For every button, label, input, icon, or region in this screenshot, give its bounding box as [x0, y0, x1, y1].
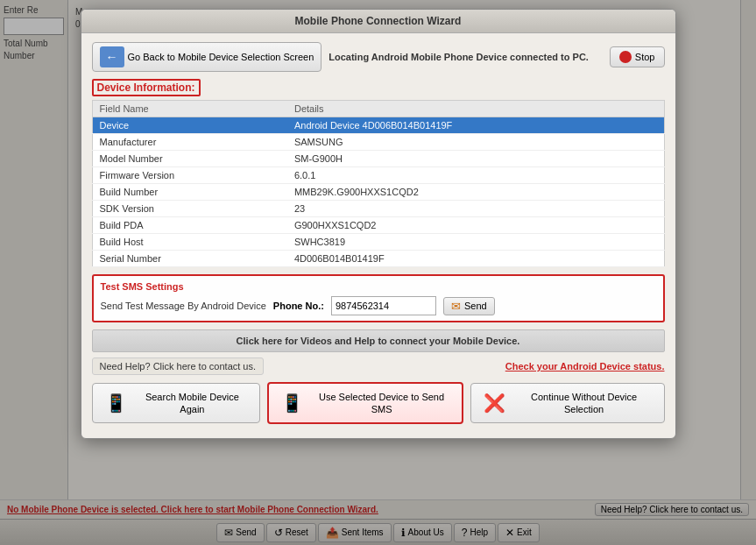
search-device-icon: 📱	[103, 389, 130, 417]
value-cell: SWHC3819	[287, 234, 664, 251]
table-row[interactable]: ManufacturerSAMSUNG	[92, 134, 664, 151]
continue-icon: ❌	[482, 389, 508, 417]
search-device-button[interactable]: 📱 Search Mobile Device Again	[92, 383, 260, 423]
back-button[interactable]: ← Go Back to Mobile Device Selection Scr…	[92, 42, 322, 72]
use-device-button[interactable]: 📱 Use Selected Device to Send SMS	[267, 382, 463, 424]
stop-button[interactable]: Stop	[610, 46, 665, 67]
dialog-body: ← Go Back to Mobile Device Selection Scr…	[81, 33, 675, 438]
need-help-link[interactable]: Need Help? Click here to contact us.	[92, 357, 265, 375]
value-cell: SAMSUNG	[287, 134, 664, 151]
table-row[interactable]: SDK Version23	[92, 201, 664, 217]
value-cell: SM-G900H	[287, 151, 664, 167]
field-cell: Model Number	[92, 151, 287, 167]
use-device-label: Use Selected Device to Send SMS	[312, 391, 450, 416]
test-row: Send Test Message By Android Device Phon…	[101, 296, 656, 315]
dialog-title: Mobile Phone Connection Wizard	[81, 10, 675, 33]
use-device-icon: 📱	[279, 389, 306, 417]
field-cell: SDK Version	[92, 201, 287, 217]
help-status-row: Need Help? Click here to contact us. Che…	[92, 357, 665, 375]
bottom-buttons: 📱 Search Mobile Device Again 📱 Use Selec…	[92, 382, 665, 429]
device-info-table: Field Name Details DeviceAndroid Device …	[92, 100, 665, 267]
value-cell: MMB29K.G900HXXS1CQD2	[287, 184, 664, 201]
field-cell: Firmware Version	[92, 167, 287, 184]
field-cell: Build Host	[92, 234, 287, 251]
help-bar[interactable]: Click here for Videos and Help to connec…	[92, 329, 665, 352]
back-icon: ←	[100, 46, 124, 67]
field-cell: Manufacturer	[92, 134, 287, 151]
test-label: Send Test Message By Android Device	[101, 301, 266, 311]
field-cell: Build Number	[92, 184, 287, 201]
locating-text: Locating Android Mobile Phone Device con…	[329, 52, 603, 62]
dialog-overlay: Mobile Phone Connection Wizard ← Go Back…	[0, 0, 756, 545]
table-row[interactable]: DeviceAndroid Device 4D006B014B01419F	[92, 117, 664, 134]
phone-input[interactable]	[331, 296, 436, 315]
value-cell: 6.0.1	[287, 167, 664, 184]
table-row[interactable]: Build HostSWHC3819	[92, 234, 664, 251]
test-sms-section: Test SMS Settings Send Test Message By A…	[92, 274, 665, 322]
check-status-link[interactable]: Check your Android Device status.	[505, 361, 665, 372]
continue-without-device-button[interactable]: ❌ Continue Without Device Selection	[470, 383, 665, 423]
field-cell: Build PDA	[92, 217, 287, 234]
table-row[interactable]: Build PDAG900HXXS1CQD2	[92, 217, 664, 234]
search-device-label: Search Mobile Device Again	[136, 391, 248, 416]
stop-icon	[619, 51, 632, 63]
send-icon: ✉	[451, 300, 461, 313]
col-field-name: Field Name	[92, 101, 287, 117]
send-sms-button[interactable]: ✉ Send	[443, 297, 495, 315]
send-button-label: Send	[464, 301, 487, 311]
table-row[interactable]: Serial Number4D006B014B01419F	[92, 251, 664, 267]
dialog-top-row: ← Go Back to Mobile Device Selection Scr…	[92, 42, 665, 72]
device-info-title: Device Information:	[92, 79, 201, 96]
test-section-title: Test SMS Settings	[101, 281, 656, 292]
phone-label: Phone No.:	[273, 301, 324, 311]
value-cell: Android Device 4D006B014B01419F	[287, 117, 664, 134]
value-cell: 4D006B014B01419F	[287, 251, 664, 267]
table-row[interactable]: Build NumberMMB29K.G900HXXS1CQD2	[92, 184, 664, 201]
value-cell: 23	[287, 201, 664, 217]
field-cell: Serial Number	[92, 251, 287, 267]
table-row[interactable]: Model NumberSM-G900H	[92, 151, 664, 167]
continue-label: Continue Without Device Selection	[515, 391, 654, 416]
col-details: Details	[287, 101, 664, 117]
connection-wizard-dialog: Mobile Phone Connection Wizard ← Go Back…	[81, 9, 676, 439]
table-row[interactable]: Firmware Version6.0.1	[92, 167, 664, 184]
stop-button-label: Stop	[635, 52, 655, 62]
back-button-label: Go Back to Mobile Device Selection Scree…	[128, 52, 314, 62]
value-cell: G900HXXS1CQD2	[287, 217, 664, 234]
field-cell: Device	[92, 117, 287, 134]
